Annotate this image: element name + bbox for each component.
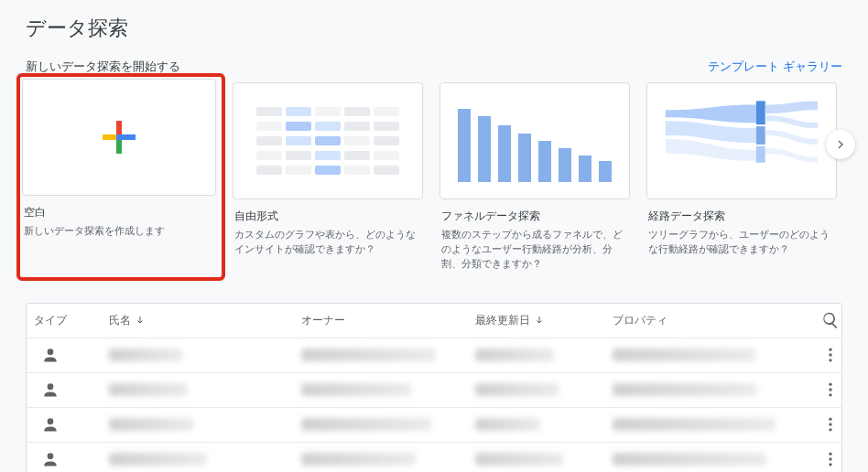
svg-point-4 <box>829 354 831 357</box>
card-funnel-thumb <box>439 82 630 199</box>
svg-point-11 <box>829 428 831 431</box>
more-vert-icon[interactable] <box>821 381 840 399</box>
svg-point-12 <box>829 453 831 456</box>
card-freeform[interactable]: 自由形式 カスタムのグラフや表から、どのようなインサイトが確認できますか？ <box>233 82 423 272</box>
template-gallery-link[interactable]: テンプレート ギャラリー <box>708 59 842 75</box>
table-row[interactable] <box>27 443 841 472</box>
bar <box>518 134 531 182</box>
bar <box>498 125 511 182</box>
svg-point-8 <box>829 393 831 396</box>
svg-point-10 <box>829 424 831 426</box>
table-row[interactable] <box>27 338 841 373</box>
table-header: タイプ 氏名 オーナー 最終更新日 プロパティ <box>27 304 841 338</box>
col-property[interactable]: プロパティ <box>613 313 796 328</box>
svg-rect-2 <box>756 146 765 163</box>
scroll-right-button[interactable] <box>826 130 855 159</box>
col-name[interactable]: 氏名 <box>109 313 301 328</box>
bar <box>599 161 612 182</box>
svg-point-7 <box>829 389 831 392</box>
arrow-down-icon <box>534 315 545 326</box>
svg-point-5 <box>829 359 831 361</box>
card-funnel-desc: 複数のステップから成るファネルで、どのようなユーザー行動経路が分析、分割、分類で… <box>439 228 630 272</box>
card-path-desc: ツリーグラフから、ユーザーのどのような行動経路が確認できますか？ <box>646 228 837 257</box>
col-type[interactable]: タイプ <box>34 313 109 328</box>
bar <box>579 156 591 182</box>
chevron-right-icon <box>833 137 848 152</box>
svg-point-9 <box>829 418 831 421</box>
table-row[interactable] <box>27 373 841 408</box>
bar <box>478 116 491 182</box>
card-blank-desc: 新しいデータ探索を作成します <box>22 224 220 239</box>
plus-icon <box>103 121 136 154</box>
table-row[interactable] <box>27 408 841 443</box>
card-blank[interactable]: 空白 新しいデータ探索を作成します <box>20 77 222 277</box>
start-new-label: 新しいデータ探索を開始する <box>26 59 180 75</box>
card-path-title: 経路データ探索 <box>646 209 837 224</box>
card-freeform-desc: カスタムのグラフや表から、どのようなインサイトが確認できますか？ <box>233 228 423 257</box>
explorations-table: タイプ 氏名 オーナー 最終更新日 プロパティ <box>26 303 842 472</box>
card-funnel-title: ファネルデータ探索 <box>439 209 630 224</box>
svg-point-13 <box>829 458 831 461</box>
card-funnel[interactable]: ファネルデータ探索 複数のステップから成るファネルで、どのようなユーザー行動経路… <box>439 82 630 272</box>
svg-rect-0 <box>756 101 765 124</box>
svg-point-14 <box>829 463 831 466</box>
card-path-thumb <box>646 82 837 199</box>
card-path[interactable]: 経路データ探索 ツリーグラフから、ユーザーのどのような行動経路が確認できますか？ <box>646 82 837 272</box>
svg-point-3 <box>829 349 831 351</box>
card-freeform-thumb <box>233 82 423 199</box>
person-icon <box>41 381 60 399</box>
person-icon <box>41 415 60 434</box>
search-icon[interactable] <box>821 311 840 329</box>
template-cards-row: 空白 新しいデータ探索を作成します 自由形式 カスタムのグラフや表から、どのよう… <box>26 82 842 272</box>
arrow-down-icon <box>135 315 146 326</box>
more-vert-icon[interactable] <box>821 415 840 434</box>
bar <box>538 141 551 182</box>
bar <box>458 109 471 182</box>
more-vert-icon[interactable] <box>821 346 840 364</box>
svg-rect-1 <box>756 126 765 145</box>
svg-point-6 <box>829 383 831 386</box>
card-blank-thumb <box>22 79 216 196</box>
card-freeform-title: 自由形式 <box>233 209 423 224</box>
page-title: データ探索 <box>26 15 842 42</box>
person-icon <box>41 450 60 468</box>
bar <box>559 148 571 182</box>
col-owner[interactable]: オーナー <box>301 313 475 328</box>
col-updated[interactable]: 最終更新日 <box>475 313 613 328</box>
card-blank-title: 空白 <box>22 205 220 220</box>
more-vert-icon[interactable] <box>821 450 840 468</box>
person-icon <box>41 346 60 364</box>
